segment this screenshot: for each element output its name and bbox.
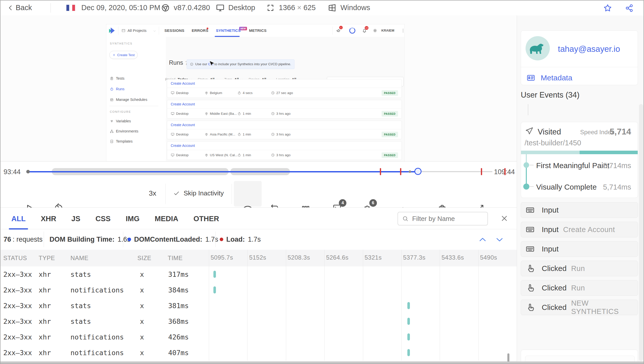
request-row[interactable]: 2xx–3xx xhr stats x 368ms [0, 313, 517, 329]
network-tab[interactable]: IMG [126, 214, 140, 223]
network-tab[interactable]: ALL [11, 214, 26, 223]
col-size[interactable]: SIZE [137, 250, 151, 266]
request-row[interactable]: 2xx–3xx xhr notifications x 426ms [0, 329, 517, 345]
col-name[interactable]: NAME [70, 250, 88, 266]
visited-card[interactable]: Visited Speed Index 5,714 /test-builder/… [521, 122, 638, 198]
monitor-icon [171, 132, 175, 136]
monitor-icon [216, 3, 225, 12]
run-card[interactable]: Create Account Desktop Belgium [167, 79, 402, 98]
user-email-link[interactable]: tahay@asayer.io [558, 44, 620, 54]
paint-progress-left [521, 151, 580, 154]
request-row[interactable]: 2xx–3xx xhr stats x 381ms [0, 298, 517, 313]
col-type[interactable]: TYPE [39, 250, 55, 266]
network-tab[interactable]: JS [71, 214, 80, 223]
user-event-item[interactable]: Clicked NEW SYNTHETICS [521, 300, 638, 315]
divider [521, 67, 638, 67]
col-time[interactable]: TIME [168, 250, 183, 266]
france-flag-icon [66, 5, 75, 11]
playhead[interactable] [414, 168, 422, 175]
timeline-start-label: 93:44 [4, 168, 21, 176]
run-title[interactable]: Create Account [167, 121, 402, 129]
back-button[interactable]: Back [16, 0, 32, 15]
gear-icon[interactable] [373, 28, 378, 33]
network-tab[interactable]: XHR [41, 214, 56, 223]
sidebar-item-manage-schedules[interactable]: Manage Schedules [110, 96, 147, 103]
timeline-progress[interactable] [28, 171, 418, 172]
skip-inactivity-toggle[interactable]: Skip Inactivity [173, 180, 224, 206]
run-device: Desktop [171, 153, 205, 157]
metadata-button[interactable]: Metadata [527, 71, 572, 85]
error-tick[interactable] [481, 168, 482, 175]
tab-metrics[interactable]: METRICS [249, 24, 267, 37]
request-row[interactable]: 2xx–3xx xhr notifications x 384ms [0, 282, 517, 298]
speed-toggle[interactable]: 3x [149, 180, 156, 206]
monitor-icon [171, 112, 175, 116]
error-tick[interactable] [400, 168, 401, 175]
tab-synthetics[interactable]: SYNTHETICS [216, 24, 241, 37]
cell-time: 381ms [168, 302, 189, 310]
user-event-item[interactable]: Clicked Run [521, 280, 638, 296]
pin-icon [205, 153, 208, 157]
favorite-star-icon[interactable] [603, 4, 612, 13]
run-card[interactable]: Create Account Desktop Asia Pacific (M..… [167, 121, 402, 139]
table-scrollbar-thumb[interactable] [507, 353, 509, 362]
profile-card: tahay@asayer.io Metadata [521, 30, 638, 85]
run-title[interactable]: Create Account [167, 79, 402, 88]
notifications-bell-icon[interactable]: 13 [362, 28, 367, 33]
network-tab[interactable]: CSS [95, 214, 111, 223]
run-title[interactable]: Create Account [167, 100, 402, 109]
run-ago: 27 sec ago [271, 91, 382, 95]
col-status[interactable]: STATUS [3, 250, 27, 266]
cell-type: xhr [39, 270, 51, 278]
run-device: Desktop [171, 91, 205, 95]
sidebar-item-tests[interactable]: Tests [110, 75, 125, 82]
error-tick[interactable] [380, 168, 381, 175]
info-icon [190, 62, 193, 66]
run-duration: 1 min [237, 132, 271, 136]
sidebar-item-environments[interactable]: Environments [110, 127, 138, 135]
error-tick[interactable] [504, 168, 506, 175]
user-event-item[interactable]: Clicked Run [521, 261, 638, 276]
clock-icon [271, 132, 275, 136]
sidebar-item-runs[interactable]: Runs [110, 85, 125, 93]
network-tab[interactable]: OTHER [193, 214, 219, 223]
tab-sessions[interactable]: SESSIONS [164, 24, 184, 37]
timeline[interactable]: 93:44 109:44 [0, 162, 517, 181]
network-tab[interactable]: MEDIA [155, 214, 178, 223]
project-selector[interactable]: All Projects [128, 24, 146, 37]
cell-status: 2xx–3xx [3, 286, 32, 294]
user-event-item[interactable]: Input [521, 241, 638, 257]
cell-status: 2xx–3xx [3, 333, 32, 341]
window-bottom-band [0, 361, 644, 364]
user-menu[interactable]: KRAIEM [381, 24, 394, 37]
cell-size: x [140, 333, 144, 341]
request-row[interactable]: 2xx–3xx xhr notifications x 407ms [0, 345, 517, 360]
jump-down-icon[interactable] [495, 235, 504, 244]
announcements-icon[interactable]: 1 [336, 28, 341, 33]
events-connector [528, 104, 528, 115]
user-event-item[interactable]: Input Create Account [521, 222, 638, 237]
tab-errors[interactable]: ERRORS [192, 24, 208, 37]
timing-bar [407, 318, 410, 325]
request-row[interactable]: 2xx–3xx xhr stats x 317ms [0, 266, 517, 282]
run-card[interactable]: Create Account Desktop US West (N. Cal..… [167, 141, 402, 160]
filter-input[interactable] [412, 215, 483, 223]
kebab-menu-icon[interactable] [401, 28, 405, 33]
bell-badge: 13 [365, 26, 368, 30]
assist-spinner-icon [349, 28, 355, 34]
jump-up-icon[interactable] [478, 235, 487, 244]
close-panel-icon[interactable] [500, 214, 509, 223]
run-card[interactable]: Create Account Desktop Middle East (Ba..… [167, 100, 402, 119]
sidebar-item-templates[interactable]: Templates [110, 138, 133, 145]
device-type: Desktop [228, 0, 255, 15]
player-section: 93:44 109:44 Play 10 Ba [0, 161, 517, 208]
share-icon[interactable] [625, 4, 634, 13]
browser-version: v87.0.4280 [174, 0, 210, 15]
panel-scrollbar-track[interactable] [639, 104, 643, 361]
chevron-down-icon[interactable] [153, 30, 156, 33]
create-test-button[interactable]: Create Test [109, 51, 138, 59]
user-event-item[interactable]: Input [521, 202, 638, 218]
run-title[interactable]: Create Account [167, 142, 402, 150]
sidebar-item-variables[interactable]: Variables [110, 117, 131, 125]
player-controls: Play 10 Back 3x Skip Inactivity Network [0, 180, 517, 208]
